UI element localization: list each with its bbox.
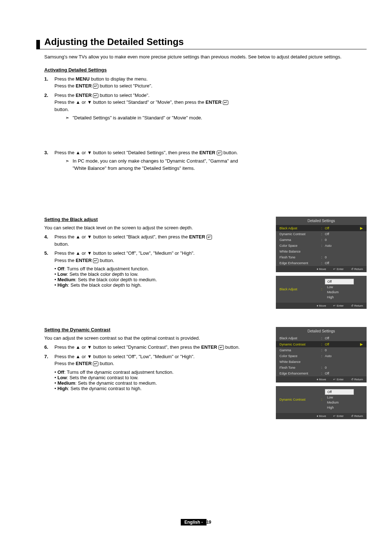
osd-row: Edge Enhancement:Off [276, 371, 367, 376]
t: Press the ▲ or ▼ button to select "Off",… [54, 250, 195, 256]
osd-option: Off [325, 279, 354, 285]
t: Press the ▲ or ▼ button to select "Off",… [54, 354, 195, 359]
t: Press the [54, 93, 76, 98]
enter-icon: ↵ [217, 151, 222, 155]
note-text: "Detailed Settings" is available in "Sta… [73, 114, 243, 122]
enter-bold: ENTER [199, 150, 215, 155]
t: Press the ▲ or ▼ button to select "Stand… [54, 99, 205, 105]
osd-row: Black Adjust:Off▶ [276, 225, 367, 231]
osd-row: Edge Enhancement:Off [276, 260, 367, 266]
osd-row: Gamma:0 [276, 347, 367, 353]
section-activating: Activating Detailed Settings 1. Press th… [36, 67, 367, 172]
enter-bold: ENTER [76, 83, 92, 89]
osd-title: Detailed Settings [276, 327, 367, 335]
enter-hint: ↵ Enter [333, 267, 343, 271]
osd-pop-options: OffLowMediumHigh [325, 279, 363, 300]
move-hint: ♦ Move [317, 267, 326, 271]
osd-option: High [325, 295, 363, 300]
osd-option: Medium [325, 290, 363, 295]
note-arrow-icon: ➣ [65, 114, 73, 122]
return-hint: ↺ Return [351, 267, 363, 271]
enter-bold: ENTER [205, 99, 221, 105]
enter-bold: ENTER [201, 344, 217, 350]
osd-option: High [325, 405, 363, 410]
osd-row: Dynamic Contrast:Off [276, 231, 367, 237]
osd-footer: ♦ Move ↵ Enter ↺ Return [276, 413, 367, 419]
page-title: Adjusting the Detailed Settings [36, 36, 367, 49]
osd-row: Color Space:Auto [276, 353, 367, 359]
osd-row: Gamma:0 [276, 237, 367, 243]
osd-row: White Balance [276, 359, 367, 365]
enter-icon: ↵ [93, 258, 98, 263]
osd-option: Off [325, 389, 354, 395]
osd-detailed-settings-black: Detailed Settings Black Adjust:Off▶Dynam… [276, 217, 367, 272]
enter-icon: ↵ [93, 84, 98, 89]
enter-bold: ENTER [189, 234, 205, 240]
osd-footer: ♦ Move ↵ Enter ↺ Return [276, 303, 367, 309]
step-2: 2. Press the ENTER ↵ button to select "M… [44, 92, 367, 122]
t: Press the ▲ or ▼ button to select "Detai… [54, 150, 199, 155]
t: Press the [54, 76, 76, 82]
heading-bar [36, 40, 40, 49]
osd-row: Flesh Tone:0 [276, 254, 367, 260]
intro-text: Samsung's new TVs allow you to make even… [44, 54, 367, 61]
t: button to select "Picture". [98, 83, 152, 89]
note-arrow-icon: ➣ [65, 158, 73, 172]
return-hint: ↺ Return [351, 304, 363, 307]
t: button. [98, 258, 114, 263]
enter-hint: ↵ Enter [333, 414, 343, 418]
enter-icon: ↵ [223, 100, 228, 105]
step-3: 3. Press the ▲ or ▼ button to select "De… [44, 149, 367, 172]
osd-row: Color Space:Auto [276, 243, 367, 249]
osd-row: White Balance [276, 249, 367, 254]
enter-hint: ↵ Enter [333, 378, 343, 381]
t: button to display the menu. [90, 76, 148, 82]
osd-option: Low [325, 395, 363, 400]
section-black-adjust: Detailed Settings Black Adjust:Off▶Dynam… [36, 217, 367, 288]
subhead-activating: Activating Detailed Settings [44, 67, 367, 73]
enter-icon: ↵ [219, 345, 224, 350]
osd-footer: ♦ Move ↵ Enter ↺ Return [276, 376, 367, 382]
t: Press the [54, 83, 76, 89]
section-dynamic-contrast: Detailed Settings Black Adjust:OffDynami… [36, 327, 367, 391]
osd-title: Detailed Settings [276, 217, 367, 225]
t: button. [222, 150, 238, 155]
enter-bold: ENTER [76, 93, 92, 98]
osd-pop-label: Black Adjust [279, 287, 321, 291]
osd-detailed-settings-dynamic: Detailed Settings Black Adjust:OffDynami… [276, 327, 367, 382]
return-hint: ↺ Return [351, 378, 363, 381]
t: Press the [54, 361, 76, 366]
move-hint: ♦ Move [317, 414, 326, 418]
osd-option: Medium [325, 400, 363, 405]
enter-icon: ↵ [207, 235, 212, 240]
page-footer: English - 19 [0, 519, 392, 525]
t: button. [54, 107, 69, 112]
note: ➣ "Detailed Settings" is available in "S… [65, 114, 243, 122]
t: Press the [54, 258, 76, 263]
t: Press the ▲ or ▼ button to select "Dynam… [54, 344, 201, 350]
t: Press the ▲ or ▼ button to select "Black… [54, 234, 189, 240]
t: button to select "Mode". [98, 93, 150, 98]
osd-dynamic-contrast-popup: Dynamic Contrast : OffLowMediumHigh ♦ Mo… [276, 386, 367, 419]
osd-group-dynamic: Detailed Settings Black Adjust:OffDynami… [276, 327, 367, 423]
return-hint: ↺ Return [351, 414, 363, 418]
note-text: In PC mode, you can only make changes to… [73, 158, 243, 172]
osd-option: Low [325, 285, 363, 290]
enter-hint: ↵ Enter [333, 304, 343, 307]
menu-bold: MENU [76, 76, 90, 82]
note: ➣ In PC mode, you can only make changes … [65, 158, 243, 172]
osd-pop-options: OffLowMediumHigh [325, 389, 363, 410]
osd-footer: ♦ Move ↵ Enter ↺ Return [276, 266, 367, 272]
step-1: 1. Press the MENU button to display the … [44, 75, 367, 90]
move-hint: ♦ Move [317, 378, 326, 381]
move-hint: ♦ Move [317, 304, 326, 307]
enter-icon: ↵ [93, 93, 98, 98]
enter-bold: ENTER [76, 258, 92, 263]
t: button. [98, 361, 114, 366]
osd-black-adjust-popup: Black Adjust : OffLowMediumHigh ♦ Move ↵… [276, 276, 367, 309]
osd-row: Dynamic Contrast:Off▶ [276, 341, 367, 347]
enter-bold: ENTER [76, 361, 92, 366]
osd-group-black: Detailed Settings Black Adjust:Off▶Dynam… [276, 217, 367, 312]
page-number: 19 [207, 520, 211, 525]
t: button. [224, 344, 240, 350]
